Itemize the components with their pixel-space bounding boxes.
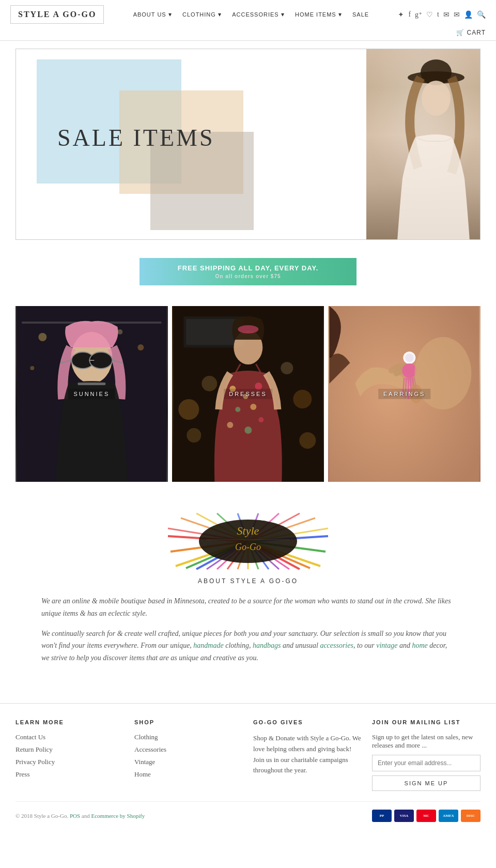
svg-point-7 [117, 329, 122, 334]
sunnies-image: SUNNIES [16, 306, 168, 482]
cart-bar: 🛒 CART [10, 26, 486, 40]
gogives-heading: GO-GO GIVES [253, 719, 362, 725]
earrings-image: EARRINGS [328, 306, 481, 482]
visa-icon: VISA [394, 810, 414, 822]
product-card-earrings[interactable]: EARRINGS [328, 306, 481, 482]
svg-point-35 [258, 417, 264, 422]
ecommerce-link[interactable]: Ecommerce by Shopify [91, 813, 145, 819]
clothing-link[interactable]: Clothing [134, 733, 158, 741]
contact-us-link[interactable]: Contact Us [16, 733, 45, 741]
hero-title: SALE ITEMS [57, 124, 215, 151]
sunnies-label: SUNNIES [68, 389, 115, 399]
footer-gogives: GO-GO GIVES Shop & Donate with Style a G… [253, 719, 362, 791]
about-section: Style Go-Go ABOUT STYLE A GO-GO We are a… [0, 492, 496, 682]
list-item: Vintage [134, 758, 243, 766]
nav-accessories[interactable]: ACCESSORIES ▾ [232, 11, 285, 18]
svg-point-27 [238, 325, 258, 333]
footer-copy: © 2018 Style a Go-Go. POS and Ecommerce … [16, 813, 145, 819]
footer-shop: SHOP Clothing Accessories Vintage Home [134, 719, 243, 791]
shipping-sub-text: On all orders over $75 [150, 273, 346, 279]
nav-home-items[interactable]: HOME ITEMS ▾ [295, 11, 342, 18]
shop-heading: SHOP [134, 719, 243, 725]
main-nav: ABOUT US ▾ CLOTHING ▾ ACCESSORIES ▾ HOME… [133, 11, 369, 18]
learn-more-links: Contact Us Return Policy Privacy Policy … [16, 733, 124, 779]
link-handbags[interactable]: handbags [253, 642, 281, 649]
shop-links: Clothing Accessories Vintage Home [134, 733, 243, 779]
link-accessories[interactable]: accessories [320, 642, 353, 649]
mastercard-icon: MC [416, 810, 436, 822]
press-link[interactable]: Press [16, 770, 29, 778]
search-icon[interactable]: 🔍 [477, 10, 486, 19]
about-para2: We continually search for & create well … [41, 628, 455, 664]
svg-point-34 [250, 404, 256, 410]
accessories-link[interactable]: Accessories [134, 745, 166, 753]
link-home[interactable]: home [412, 642, 427, 649]
hero-left: SALE ITEMS [16, 49, 366, 239]
link-handmade[interactable]: handmade [193, 642, 223, 649]
site-logo[interactable]: STYLE A GO-GO [10, 5, 104, 24]
return-policy-link[interactable]: Return Policy [16, 745, 53, 753]
svg-point-41 [406, 354, 414, 362]
list-item: Contact Us [16, 733, 124, 741]
svg-point-33 [235, 407, 240, 412]
cart-link[interactable]: 🛒 CART [456, 29, 486, 36]
hero-wrapper: SALE ITEMS [0, 41, 496, 248]
hero-right [366, 49, 480, 239]
svg-point-23 [299, 432, 316, 449]
product-card-dresses[interactable]: DRESSES [172, 306, 324, 482]
mailing-text: Sign up to get the latest on sales, new … [372, 733, 481, 750]
discover-icon: DISC [461, 810, 481, 822]
footer-grid: LEARN MORE Contact Us Return Policy Priv… [16, 719, 481, 791]
list-item: Clothing [134, 733, 243, 741]
about-title: ABOUT STYLE A GO-GO [41, 577, 455, 585]
svg-point-3 [422, 81, 451, 116]
pos-link[interactable]: POS [70, 813, 80, 819]
svg-point-5 [38, 333, 47, 341]
list-item: Press [16, 770, 124, 779]
style-logo-svg: Style Go-Go [165, 513, 331, 570]
hero-model-svg [366, 49, 480, 239]
nav-clothing[interactable]: CLOTHING ▾ [182, 11, 222, 18]
shipping-bar: FREE SHIPPING ALL DAY, EVERY DAY. On all… [140, 258, 357, 285]
svg-rect-16 [78, 383, 105, 385]
instagram-icon[interactable]: ✉ [443, 10, 450, 19]
product-grid: SUNNIES [0, 296, 496, 492]
dresses-image: DRESSES [172, 306, 324, 482]
svg-point-8 [30, 366, 34, 370]
vintage-link[interactable]: Vintage [134, 758, 155, 766]
google-plus-icon[interactable]: g⁺ [415, 10, 422, 19]
footer-learn-more: LEARN MORE Contact Us Return Policy Priv… [16, 719, 124, 791]
sign-me-up-button[interactable]: SIGN ME UP [372, 775, 481, 791]
svg-point-42 [402, 363, 417, 378]
privacy-policy-link[interactable]: Privacy Policy [16, 758, 55, 766]
home-link[interactable]: Home [134, 770, 151, 778]
social-icons: ✦ f g⁺ ♡ t ✉ ✉ 👤 🔍 [398, 10, 486, 19]
footer: LEARN MORE Contact Us Return Policy Priv… [0, 703, 496, 837]
nav-about[interactable]: ABOUT US ▾ [133, 11, 172, 18]
email-icon[interactable]: ✉ [454, 10, 460, 19]
svg-point-22 [187, 428, 201, 443]
svg-point-20 [293, 390, 312, 408]
twitter-icon[interactable]: ✦ [398, 10, 404, 19]
shipping-banner: FREE SHIPPING ALL DAY, EVERY DAY. On all… [140, 258, 357, 285]
product-card-sunnies[interactable]: SUNNIES [16, 306, 168, 482]
email-input[interactable] [372, 755, 481, 771]
pinterest-icon[interactable]: ♡ [426, 10, 433, 19]
svg-point-36 [227, 422, 233, 428]
payment-icons: PP VISA MC AMEX DISC [372, 810, 481, 822]
footer-bottom: © 2018 Style a Go-Go. POS and Ecommerce … [16, 801, 481, 822]
list-item: Privacy Policy [16, 758, 124, 766]
link-vintage[interactable]: vintage [376, 642, 397, 649]
user-icon[interactable]: 👤 [464, 10, 473, 19]
footer-mailing-list: JOIN OUR MAILING LIST Sign up to get the… [372, 719, 481, 791]
svg-point-37 [244, 427, 252, 434]
amex-icon: AMEX [439, 810, 458, 822]
dresses-label: DRESSES [224, 389, 272, 399]
facebook-icon[interactable]: f [408, 10, 411, 19]
paypal-icon: PP [372, 810, 392, 822]
svg-point-21 [281, 362, 293, 374]
tumblr-icon[interactable]: t [437, 10, 439, 19]
nav-sale[interactable]: SALE [352, 11, 369, 18]
svg-text:Go-Go: Go-Go [235, 542, 261, 552]
svg-point-6 [137, 344, 144, 351]
